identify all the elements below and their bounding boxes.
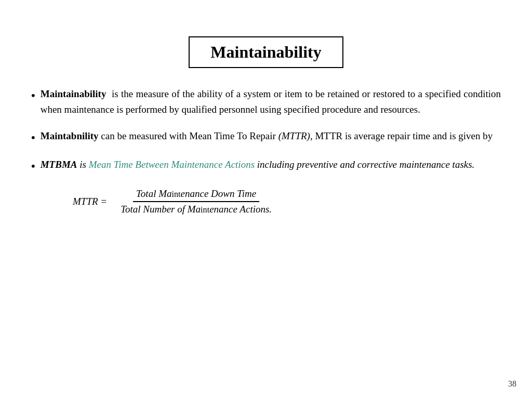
bullet2-mttr-paren: (MTTR), <box>278 130 313 141</box>
bullet-content-3: MTBMA is Mean Time Between Maintenance A… <box>41 157 501 172</box>
bullet-content-1: Maintainability is the measure of the ab… <box>41 86 501 118</box>
formula-numerator: Total Maintenance Down Time <box>133 188 259 202</box>
bullet-dot-3: • <box>31 157 35 175</box>
bullet-item-2: • Maintabnility can be measured with Mea… <box>31 128 501 147</box>
bullet-content-2: Maintabnility can be measured with Mean … <box>41 128 501 144</box>
bullet2-text1: can be measured with Mean Time To Repair <box>99 130 278 141</box>
formula-denominator: Total Number of Maintenance Actions. <box>117 202 275 215</box>
bullet-dot-2: • <box>31 128 35 147</box>
bullet3-is: is <box>77 159 88 170</box>
formula-fraction: Total Maintenance Down Time Total Number… <box>117 188 275 215</box>
formula-lhs: MTTR = <box>73 196 107 207</box>
bullet-item-3: • MTBMA is Mean Time Between Maintenance… <box>31 157 501 175</box>
term-maintainability: Maintainability <box>41 88 107 99</box>
slide-container: Maintainability • Maintainability is the… <box>0 0 532 399</box>
content-area: • Maintainability is the measure of the … <box>31 86 501 215</box>
bullet1-text: is the measure of the ability of a syste… <box>41 88 501 115</box>
bullet-item-1: • Maintainability is the measure of the … <box>31 86 501 118</box>
bullet2-text2: MTTR is average repair time and is given… <box>313 130 493 141</box>
title-box: Maintainability <box>189 36 343 68</box>
slide-title: Maintainability <box>210 43 321 61</box>
bullet3-teal: Mean Time Between Maintenance Actions <box>89 159 255 170</box>
formula-container: MTTR = Total Maintenance Down Time Total… <box>73 188 501 215</box>
term-mtbma: MTBMA <box>41 159 77 170</box>
bullet3-text-after: including preventive and corrective main… <box>255 159 474 170</box>
page-number: 38 <box>508 379 516 389</box>
term-maintabnility: Maintabnility <box>41 130 99 141</box>
bullet-dot-1: • <box>31 86 35 104</box>
